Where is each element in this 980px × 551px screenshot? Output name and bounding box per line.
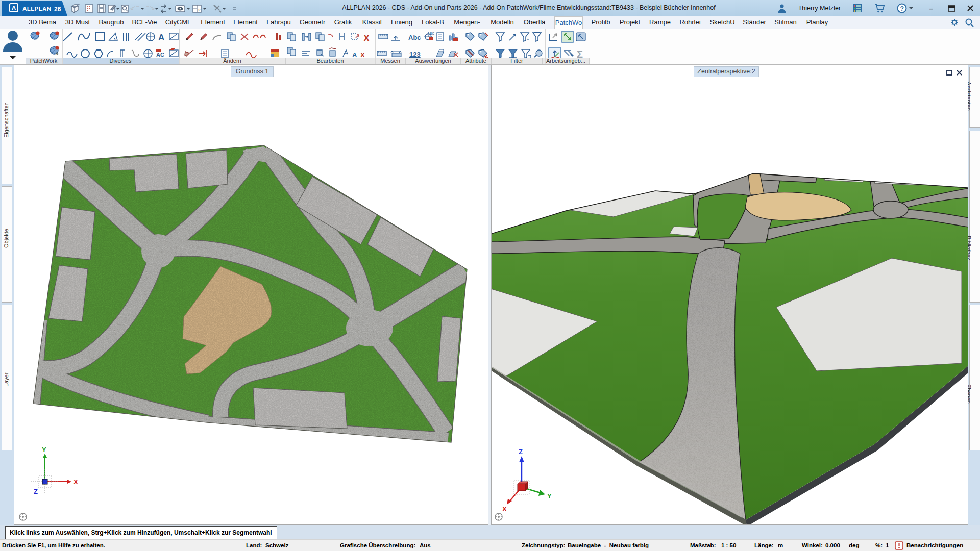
svg-text:ABC: ABC xyxy=(427,32,434,35)
svg-text:?: ? xyxy=(900,5,904,12)
svg-text:+: + xyxy=(527,37,529,42)
svg-text:Y: Y xyxy=(42,446,46,454)
svg-text:AC: AC xyxy=(156,52,164,58)
svg-text:Z: Z xyxy=(519,448,523,456)
svg-text:A: A xyxy=(158,33,164,42)
svg-text:X: X xyxy=(502,505,507,513)
svg-text:2: 2 xyxy=(198,8,201,12)
svg-text:123: 123 xyxy=(409,51,421,58)
svg-text:Abc: Abc xyxy=(408,34,421,41)
svg-text:X: X xyxy=(363,33,370,43)
svg-text:Y: Y xyxy=(547,492,552,500)
svg-text:§: § xyxy=(56,51,58,55)
svg-text:Z: Z xyxy=(34,488,38,495)
svg-text:X: X xyxy=(74,478,78,486)
